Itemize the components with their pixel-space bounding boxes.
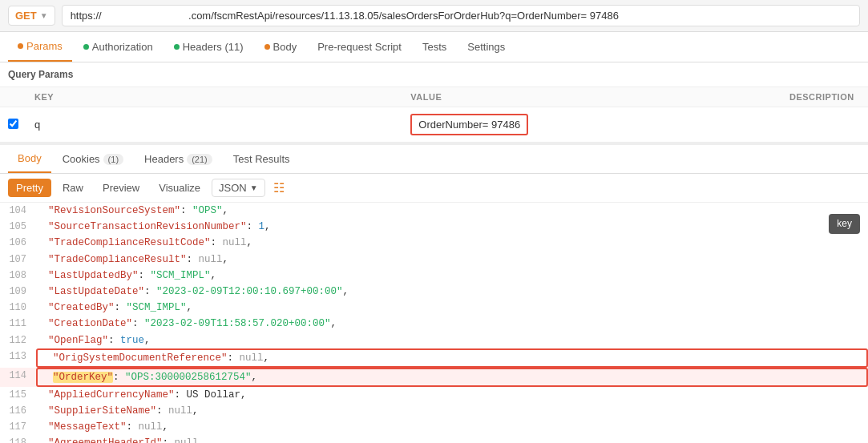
response-tab-body[interactable]: Body [8, 145, 51, 173]
line-number: 112 [0, 332, 36, 348]
line-number: 106 [0, 235, 36, 251]
json-punctuation: , [247, 237, 253, 248]
method-select[interactable]: GET ▼ [8, 6, 55, 26]
code-line: 111 "CreationDate": "2023-02-09T11:58:57… [0, 316, 868, 332]
request-tab-bar: ParamsAuthorizationHeaders (11)BodyPre-r… [0, 32, 868, 62]
url-bar: GET ▼ [0, 0, 868, 32]
json-key: "TradeComplianceResultCode" [48, 237, 211, 248]
method-label: GET [15, 10, 37, 22]
format-btn-raw[interactable]: Raw [55, 179, 91, 197]
response-tab-label-testresults: Test Results [233, 153, 290, 165]
tab-body[interactable]: Body [255, 33, 307, 61]
json-punctuation: : [108, 335, 120, 346]
code-line: 113 "OrigSystemDocumentReference": null, [0, 348, 868, 368]
response-tab-testresults[interactable]: Test Results [224, 146, 300, 172]
value-highlighted: OrderNumber= 97486 [410, 114, 528, 135]
json-punctuation: : US Dollar, [175, 389, 247, 401]
json-punctuation: : [247, 221, 259, 232]
format-btn-pretty[interactable]: Pretty [8, 179, 51, 197]
tab-label-headers: Headers (11) [183, 41, 244, 53]
json-string: "SCM_IMPL" [151, 270, 211, 281]
json-key: "TradeComplianceResult" [48, 254, 187, 265]
json-punctuation: , [144, 335, 151, 346]
line-number: 115 [0, 387, 36, 403]
format-btn-preview[interactable]: Preview [95, 179, 147, 197]
tab-prerequest[interactable]: Pre-request Script [308, 33, 411, 61]
response-tab-label-body: Body [18, 152, 42, 164]
json-key: "SourceTransactionRevisionNumber" [48, 221, 247, 232]
json-punctuation: , [264, 221, 271, 232]
filter-icon[interactable]: ☷ [273, 180, 285, 195]
code-line: 109 "LastUpdateDate": "2023-02-09T12:00:… [0, 284, 868, 300]
response-tab-label-headers: Headers [144, 153, 184, 165]
json-punctuation: : [180, 205, 192, 216]
authorization-dot [83, 44, 89, 50]
code-line: 115 "AppliedCurrencyName": US Dollar, [0, 387, 868, 403]
json-punctuation: : [156, 405, 168, 417]
tab-settings[interactable]: Settings [458, 33, 515, 61]
json-string: "SCM_IMPL" [127, 302, 187, 313]
json-string: "2023-02-09T11:58:57.020+00:00" [144, 318, 331, 329]
params-dot [18, 43, 23, 49]
body-dot [264, 44, 270, 50]
line-content: "AgreementHeaderId": null, [36, 435, 868, 443]
code-line: 118 "AgreementHeaderId": null, [0, 435, 868, 443]
json-key: "LastUpdatedBy" [48, 270, 139, 281]
json-null: null [168, 405, 192, 417]
tab-params[interactable]: Params [8, 32, 72, 62]
json-key: "CreatedBy" [48, 302, 115, 313]
key-cell: q [26, 107, 402, 143]
tab-label-authorization: Authorization [92, 41, 153, 53]
code-line: 105 "SourceTransactionRevisionNumber": 1… [0, 219, 868, 235]
format-btn-visualize[interactable]: Visualize [151, 179, 208, 197]
format-select[interactable]: JSON▼ [212, 179, 265, 197]
line-content: "SupplierSiteName": null, [36, 403, 868, 419]
value-col-header: VALUE [402, 87, 781, 107]
line-number: 117 [0, 419, 36, 435]
checkbox-col-header [0, 87, 26, 107]
json-key: "SupplierSiteName" [48, 405, 156, 417]
tooltip: key [829, 214, 860, 234]
code-line: 108 "LastUpdatedBy": "SCM_IMPL", [0, 268, 868, 284]
json-punctuation [36, 221, 48, 232]
line-content: "MessageText": null, [36, 419, 868, 435]
json-null: null [199, 254, 223, 265]
json-punctuation: , [252, 372, 258, 383]
json-punctuation: : [113, 372, 125, 383]
json-punctuation [36, 437, 48, 443]
line-number: 118 [0, 435, 36, 443]
url-input[interactable] [62, 5, 860, 26]
headers-dot [174, 44, 180, 50]
line-number: 104 [0, 203, 36, 219]
json-punctuation: : [144, 286, 156, 297]
json-bool: true [120, 335, 144, 346]
tab-label-tests: Tests [422, 41, 446, 53]
chevron-down-icon: ▼ [250, 183, 258, 192]
json-string: "2023-02-09T12:00:10.697+00:00" [156, 286, 343, 297]
json-punctuation: : [163, 437, 175, 443]
chevron-down-icon: ▼ [40, 11, 48, 20]
json-punctuation [36, 389, 48, 401]
json-punctuation [41, 372, 53, 383]
value-cell: OrderNumber= 97486 [402, 107, 781, 143]
response-tab-cookies[interactable]: Cookies (1) [53, 146, 133, 172]
json-punctuation: , [211, 270, 217, 281]
tab-headers[interactable]: Headers (11) [164, 33, 253, 61]
params-table: KEY VALUE DESCRIPTION q OrderNumber= 974… [0, 87, 868, 143]
json-punctuation [36, 318, 48, 329]
line-number: 114 [0, 368, 36, 384]
json-key: "RevisionSourceSystem" [48, 205, 180, 216]
table-row: q OrderNumber= 97486 [0, 107, 868, 143]
response-tab-headers[interactable]: Headers (21) [135, 146, 222, 172]
line-content: "TradeComplianceResult": null, [36, 252, 868, 268]
code-line: 110 "CreatedBy": "SCM_IMPL", [0, 300, 868, 316]
code-view: key104 "RevisionSourceSystem": "OPS",105… [0, 203, 868, 443]
desc-col-header: DESCRIPTION [781, 87, 868, 107]
tab-authorization[interactable]: Authorization [74, 33, 163, 61]
json-punctuation: , [163, 421, 169, 433]
line-content: "CreatedBy": "SCM_IMPL", [36, 300, 868, 316]
row-checkbox-cell[interactable] [0, 107, 26, 143]
tab-label-prerequest: Pre-request Script [317, 41, 402, 53]
tab-tests[interactable]: Tests [413, 33, 456, 61]
row-checkbox[interactable] [8, 119, 18, 129]
